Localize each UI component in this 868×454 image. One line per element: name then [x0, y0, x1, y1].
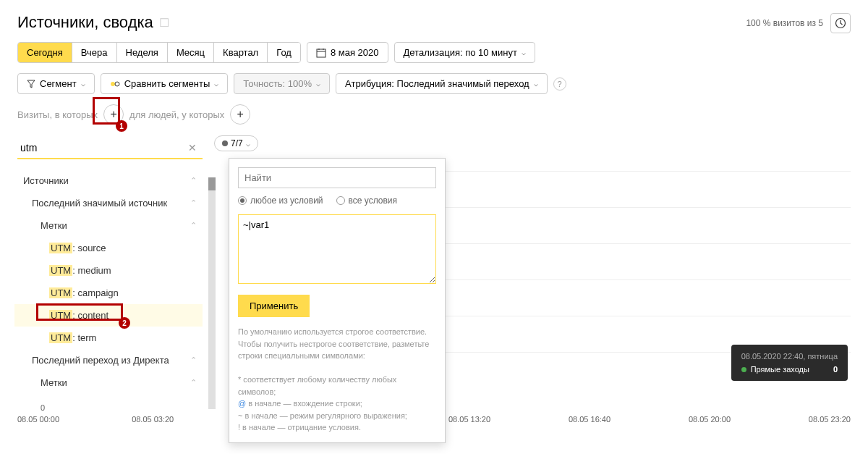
svg-rect-1 — [317, 49, 326, 57]
tab-today[interactable]: Сегодня — [18, 43, 72, 62]
grid-line — [446, 279, 851, 280]
tree-sources[interactable]: Источники⌃ — [14, 169, 203, 192]
tree-utm-term[interactable]: UTM: term — [14, 327, 203, 349]
date-range-group: Сегодня Вчера Неделя Месяц Квартал Год — [17, 42, 301, 63]
annotation-badge-2: 2 — [119, 317, 130, 329]
filter-icon — [27, 80, 35, 88]
grid-line — [446, 316, 851, 316]
annotation-badge-1: 1 — [116, 120, 127, 132]
svg-point-3 — [115, 82, 119, 86]
svg-point-2 — [111, 82, 115, 86]
help-text: По умолчанию используется строгое соотве… — [238, 326, 436, 434]
calendar-icon — [316, 48, 326, 58]
tab-year[interactable]: Год — [268, 43, 300, 62]
tree-tags-2[interactable]: Метки⌃ — [14, 371, 203, 394]
scrollbar[interactable] — [208, 177, 216, 409]
condition-textarea[interactable]: ~|var1 — [238, 214, 436, 284]
grid-line — [446, 171, 851, 172]
clock-icon — [835, 17, 846, 29]
tab-yesterday[interactable]: Вчера — [72, 43, 117, 62]
tooltip-value: 0 — [833, 365, 838, 374]
x-axis-labels-left: 08.05 00:00 08.05 03:20 — [17, 415, 174, 424]
grid-line — [446, 207, 851, 208]
chevron-down-icon: ⌵ — [81, 80, 85, 88]
detail-select[interactable]: Детализация: по 10 минут⌵ — [394, 42, 535, 63]
radio-icon — [238, 196, 247, 205]
chevron-down-icon: ⌵ — [534, 80, 538, 88]
counter-dot-icon — [222, 140, 228, 146]
chevron-up-icon: ⌃ — [190, 198, 197, 208]
tree-utm-medium[interactable]: UTM: medium — [14, 259, 203, 282]
chevron-down-icon: ⌵ — [214, 80, 218, 88]
segment-button[interactable]: Сегмент⌵ — [17, 73, 95, 94]
chevron-up-icon: ⌃ — [190, 378, 197, 387]
tree-tags[interactable]: Метки⌃ — [14, 214, 203, 237]
tree-last-source[interactable]: Последний значимый источник⌃ — [14, 192, 203, 214]
compare-icon — [110, 80, 120, 88]
tree-utm-campaign[interactable]: UTM: campaign — [14, 282, 203, 304]
popup-search-input[interactable] — [238, 167, 436, 188]
grid-line — [446, 243, 851, 244]
attribution-button[interactable]: Атрибуция: Последний значимый переход⌵ — [336, 73, 548, 94]
tooltip-date: 08.05.2020 22:40, пятница — [741, 352, 838, 361]
compare-button[interactable]: Сравнить сегменты⌵ — [101, 73, 229, 94]
dimension-tree: Источники⌃ Последний значимый источник⌃ … — [10, 169, 203, 394]
filter-people-label: для людей, у которых — [129, 109, 224, 120]
radio-icon — [336, 196, 345, 205]
chevron-down-icon: ⌵ — [522, 49, 526, 56]
chart-tooltip: 08.05.2020 22:40, пятница Прямые заходы … — [731, 345, 848, 381]
help-icon[interactable]: ? — [553, 77, 566, 91]
visits-info: 100 % визитов из 5 — [746, 18, 823, 28]
counter-button[interactable]: 7/7 ⌵ — [214, 135, 258, 151]
date-picker[interactable]: 8 мая 2020 — [307, 42, 388, 63]
chevron-down-icon: ⌵ — [316, 80, 320, 88]
legend-dot-icon — [741, 367, 746, 372]
apply-button[interactable]: Применить — [238, 295, 310, 317]
chevron-up-icon: ⌃ — [190, 221, 197, 230]
condition-popup: любое из условий все условия ~|var1 Прим… — [229, 158, 446, 443]
tree-utm-source[interactable]: UTM: source — [14, 237, 203, 259]
filter-visits-label: Визиты, в которых — [17, 109, 98, 120]
y-zero-label: 0 — [41, 403, 45, 412]
add-people-filter-button[interactable]: + — [230, 104, 250, 125]
clear-search-icon[interactable]: ✕ — [188, 142, 197, 154]
bookmark-icon[interactable]: ☐ — [159, 16, 169, 30]
chevron-up-icon: ⌃ — [190, 176, 197, 185]
tab-week[interactable]: Неделя — [117, 43, 168, 62]
dimension-search-input[interactable] — [17, 138, 203, 159]
page-title: Источники, сводка — [17, 13, 153, 32]
chevron-up-icon: ⌃ — [190, 356, 197, 365]
tab-month[interactable]: Месяц — [168, 43, 214, 62]
x-axis-labels-right: 08.05 13:20 08.05 16:40 08.05 20:00 08.0… — [448, 415, 851, 424]
radio-all[interactable]: все условия — [336, 196, 398, 206]
tree-utm-content[interactable]: UTM: content — [14, 304, 203, 327]
chevron-down-icon: ⌵ — [246, 140, 250, 148]
scrollbar-thumb[interactable] — [208, 177, 216, 190]
tree-last-direct[interactable]: Последний переход из Директа⌃ — [14, 349, 203, 371]
accuracy-button[interactable]: Точность: 100%⌵ — [234, 73, 330, 94]
radio-any[interactable]: любое из условий — [238, 196, 323, 206]
tab-quarter[interactable]: Квартал — [214, 43, 268, 62]
clock-button[interactable] — [830, 13, 851, 33]
